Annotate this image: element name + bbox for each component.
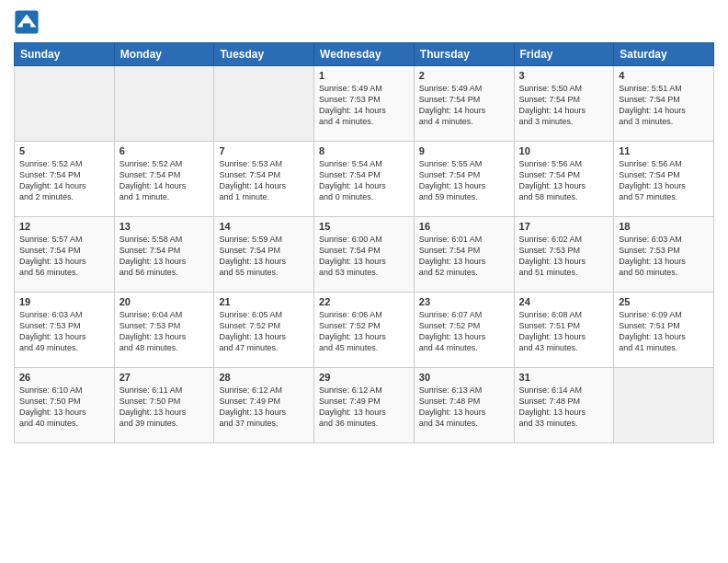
calendar-cell: 25Sunrise: 6:09 AM Sunset: 7:51 PM Dayli…	[614, 293, 714, 368]
calendar-cell: 7Sunrise: 5:53 AM Sunset: 7:54 PM Daylig…	[214, 142, 314, 217]
day-info: Sunrise: 6:10 AM Sunset: 7:50 PM Dayligh…	[19, 385, 109, 430]
weekday-header: Wednesday	[314, 43, 415, 66]
calendar-week-row: 26Sunrise: 6:10 AM Sunset: 7:50 PM Dayli…	[15, 368, 714, 443]
calendar-table: SundayMondayTuesdayWednesdayThursdayFrid…	[14, 42, 714, 443]
calendar-cell: 19Sunrise: 6:03 AM Sunset: 7:53 PM Dayli…	[15, 293, 115, 368]
calendar-cell: 31Sunrise: 6:14 AM Sunset: 7:48 PM Dayli…	[514, 368, 614, 443]
calendar-cell: 24Sunrise: 6:08 AM Sunset: 7:51 PM Dayli…	[514, 293, 614, 368]
day-info: Sunrise: 6:05 AM Sunset: 7:52 PM Dayligh…	[219, 309, 309, 354]
day-number: 23	[419, 296, 509, 307]
day-number: 13	[119, 221, 210, 232]
weekday-header: Friday	[514, 43, 614, 66]
calendar-week-row: 1Sunrise: 5:49 AM Sunset: 7:53 PM Daylig…	[15, 66, 714, 142]
calendar-cell: 5Sunrise: 5:52 AM Sunset: 7:54 PM Daylig…	[15, 142, 115, 217]
day-info: Sunrise: 6:09 AM Sunset: 7:51 PM Dayligh…	[619, 309, 709, 354]
day-info: Sunrise: 5:59 AM Sunset: 7:54 PM Dayligh…	[219, 234, 309, 279]
calendar-cell	[214, 66, 314, 142]
day-number: 27	[119, 372, 210, 383]
weekday-header: Monday	[114, 43, 214, 66]
day-number: 15	[319, 221, 409, 232]
day-number: 25	[619, 296, 709, 307]
logo-icon	[14, 9, 40, 35]
calendar-cell	[614, 368, 714, 443]
day-number: 26	[19, 372, 109, 383]
svg-rect-2	[23, 23, 30, 29]
day-info: Sunrise: 6:03 AM Sunset: 7:53 PM Dayligh…	[619, 234, 709, 279]
day-number: 5	[19, 145, 109, 156]
day-info: Sunrise: 5:54 AM Sunset: 7:54 PM Dayligh…	[319, 158, 409, 203]
calendar-week-row: 12Sunrise: 5:57 AM Sunset: 7:54 PM Dayli…	[15, 217, 714, 293]
calendar-week-row: 5Sunrise: 5:52 AM Sunset: 7:54 PM Daylig…	[15, 142, 714, 217]
calendar-cell: 16Sunrise: 6:01 AM Sunset: 7:54 PM Dayli…	[414, 217, 514, 293]
day-info: Sunrise: 5:56 AM Sunset: 7:54 PM Dayligh…	[619, 158, 709, 203]
day-info: Sunrise: 6:07 AM Sunset: 7:52 PM Dayligh…	[419, 309, 509, 354]
calendar-cell: 30Sunrise: 6:13 AM Sunset: 7:48 PM Dayli…	[414, 368, 514, 443]
calendar-cell: 22Sunrise: 6:06 AM Sunset: 7:52 PM Dayli…	[314, 293, 415, 368]
calendar-cell: 20Sunrise: 6:04 AM Sunset: 7:53 PM Dayli…	[114, 293, 214, 368]
calendar-week-row: 19Sunrise: 6:03 AM Sunset: 7:53 PM Dayli…	[15, 293, 714, 368]
day-info: Sunrise: 5:53 AM Sunset: 7:54 PM Dayligh…	[219, 158, 309, 203]
calendar-cell: 11Sunrise: 5:56 AM Sunset: 7:54 PM Dayli…	[614, 142, 714, 217]
day-info: Sunrise: 6:03 AM Sunset: 7:53 PM Dayligh…	[19, 309, 109, 354]
day-number: 8	[319, 145, 409, 156]
day-info: Sunrise: 5:49 AM Sunset: 7:54 PM Dayligh…	[419, 83, 509, 128]
day-number: 16	[419, 221, 509, 232]
calendar-cell: 1Sunrise: 5:49 AM Sunset: 7:53 PM Daylig…	[314, 66, 415, 142]
weekday-header: Thursday	[414, 43, 514, 66]
weekday-header: Sunday	[15, 43, 115, 66]
logo	[14, 9, 43, 35]
day-info: Sunrise: 6:12 AM Sunset: 7:49 PM Dayligh…	[219, 385, 309, 430]
day-number: 2	[419, 70, 509, 81]
day-number: 28	[219, 372, 309, 383]
day-number: 29	[319, 372, 409, 383]
calendar-cell: 3Sunrise: 5:50 AM Sunset: 7:54 PM Daylig…	[514, 66, 614, 142]
day-number: 19	[19, 296, 109, 307]
day-number: 6	[119, 145, 210, 156]
calendar-cell	[114, 66, 214, 142]
day-number: 17	[519, 221, 609, 232]
day-info: Sunrise: 6:06 AM Sunset: 7:52 PM Dayligh…	[319, 309, 409, 354]
day-number: 9	[419, 145, 509, 156]
calendar-cell: 27Sunrise: 6:11 AM Sunset: 7:50 PM Dayli…	[114, 368, 214, 443]
calendar-cell	[15, 66, 115, 142]
calendar-cell: 13Sunrise: 5:58 AM Sunset: 7:54 PM Dayli…	[114, 217, 214, 293]
calendar-cell: 8Sunrise: 5:54 AM Sunset: 7:54 PM Daylig…	[314, 142, 415, 217]
day-number: 31	[519, 372, 609, 383]
day-number: 21	[219, 296, 309, 307]
calendar-cell: 18Sunrise: 6:03 AM Sunset: 7:53 PM Dayli…	[614, 217, 714, 293]
day-number: 10	[519, 145, 609, 156]
calendar-header-row: SundayMondayTuesdayWednesdayThursdayFrid…	[15, 43, 714, 66]
day-number: 18	[619, 221, 709, 232]
day-info: Sunrise: 5:52 AM Sunset: 7:54 PM Dayligh…	[19, 158, 109, 203]
day-number: 12	[19, 221, 109, 232]
calendar-cell: 29Sunrise: 6:12 AM Sunset: 7:49 PM Dayli…	[314, 368, 415, 443]
day-number: 3	[519, 70, 609, 81]
day-number: 1	[319, 70, 409, 81]
weekday-header: Tuesday	[214, 43, 314, 66]
day-info: Sunrise: 6:13 AM Sunset: 7:48 PM Dayligh…	[419, 385, 509, 430]
day-info: Sunrise: 5:57 AM Sunset: 7:54 PM Dayligh…	[19, 234, 109, 279]
calendar-cell: 9Sunrise: 5:55 AM Sunset: 7:54 PM Daylig…	[414, 142, 514, 217]
calendar-cell: 15Sunrise: 6:00 AM Sunset: 7:54 PM Dayli…	[314, 217, 415, 293]
page: SundayMondayTuesdayWednesdayThursdayFrid…	[0, 0, 728, 563]
calendar-cell: 6Sunrise: 5:52 AM Sunset: 7:54 PM Daylig…	[114, 142, 214, 217]
calendar-cell: 21Sunrise: 6:05 AM Sunset: 7:52 PM Dayli…	[214, 293, 314, 368]
day-info: Sunrise: 6:04 AM Sunset: 7:53 PM Dayligh…	[119, 309, 210, 354]
day-info: Sunrise: 6:00 AM Sunset: 7:54 PM Dayligh…	[319, 234, 409, 279]
calendar-cell: 26Sunrise: 6:10 AM Sunset: 7:50 PM Dayli…	[15, 368, 115, 443]
calendar-cell: 23Sunrise: 6:07 AM Sunset: 7:52 PM Dayli…	[414, 293, 514, 368]
day-info: Sunrise: 5:51 AM Sunset: 7:54 PM Dayligh…	[619, 83, 709, 128]
calendar-cell: 12Sunrise: 5:57 AM Sunset: 7:54 PM Dayli…	[15, 217, 115, 293]
day-number: 30	[419, 372, 509, 383]
day-info: Sunrise: 6:11 AM Sunset: 7:50 PM Dayligh…	[119, 385, 210, 430]
calendar-cell: 28Sunrise: 6:12 AM Sunset: 7:49 PM Dayli…	[214, 368, 314, 443]
day-info: Sunrise: 5:52 AM Sunset: 7:54 PM Dayligh…	[119, 158, 210, 203]
day-info: Sunrise: 5:49 AM Sunset: 7:53 PM Dayligh…	[319, 83, 409, 128]
day-info: Sunrise: 5:55 AM Sunset: 7:54 PM Dayligh…	[419, 158, 509, 203]
day-info: Sunrise: 6:01 AM Sunset: 7:54 PM Dayligh…	[419, 234, 509, 279]
day-number: 7	[219, 145, 309, 156]
calendar-cell: 17Sunrise: 6:02 AM Sunset: 7:53 PM Dayli…	[514, 217, 614, 293]
day-number: 11	[619, 145, 709, 156]
calendar-cell: 10Sunrise: 5:56 AM Sunset: 7:54 PM Dayli…	[514, 142, 614, 217]
calendar-cell: 14Sunrise: 5:59 AM Sunset: 7:54 PM Dayli…	[214, 217, 314, 293]
